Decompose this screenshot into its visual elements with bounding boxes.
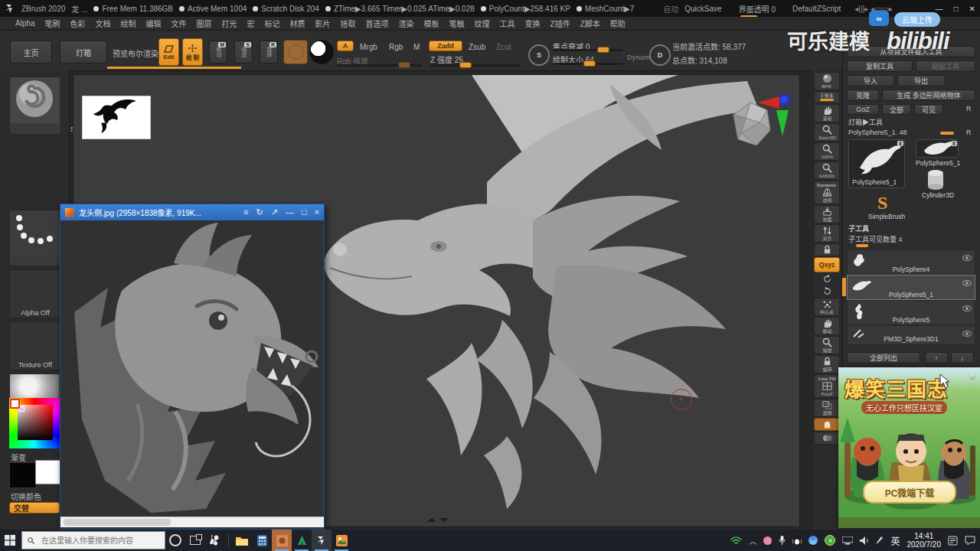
rotate-cw-button[interactable] xyxy=(815,285,839,297)
volume-icon[interactable] xyxy=(860,536,869,545)
menu-material[interactable]: 材质 xyxy=(290,18,305,29)
tray-expand-chevron[interactable]: ︿ xyxy=(749,535,756,546)
scrollbar-thumb[interactable] xyxy=(64,519,171,526)
cloud-upload-pill[interactable]: 云端上传 xyxy=(894,12,940,27)
mrgb-button[interactable]: Mrgb xyxy=(360,43,377,51)
simplebrush-icon[interactable]: S xyxy=(877,193,897,213)
sticky-note-tray-icon[interactable] xyxy=(948,536,958,546)
goz-r-button[interactable]: R xyxy=(966,105,972,112)
bpr-button[interactable]: BPR xyxy=(814,72,840,90)
viewer-menu-icon[interactable]: ≡ xyxy=(243,207,248,217)
visibility-eye-icon[interactable] xyxy=(962,255,972,261)
menu-brush[interactable]: 笔刷 xyxy=(45,18,60,29)
zbrush-app-icon[interactable] xyxy=(312,530,332,551)
home-button[interactable]: 主页 xyxy=(10,41,52,64)
wifi-icon[interactable] xyxy=(730,536,742,545)
paste-tool-button[interactable]: 粘贴工具 xyxy=(916,60,975,72)
taskbar-search[interactable] xyxy=(21,531,165,549)
active-tool-r[interactable]: R xyxy=(966,129,972,136)
viewer-fullscreen-icon[interactable]: ↗ xyxy=(271,207,278,217)
ad-download-button[interactable]: PC微端下载 xyxy=(863,481,956,504)
microphone-tray-icon[interactable] xyxy=(779,536,786,546)
zsub-button[interactable]: Zsub xyxy=(469,43,485,51)
goz-visible-button[interactable]: 可见 xyxy=(914,104,943,115)
menu-picker[interactable]: 拾取 xyxy=(341,18,356,29)
viewer-horizontal-scrollbar[interactable] xyxy=(60,517,324,527)
3dsmax-app-icon[interactable] xyxy=(292,530,312,551)
axis-gizmo-icon[interactable] xyxy=(756,93,792,138)
menu-render[interactable]: 渲染 xyxy=(399,18,414,29)
quicksave-button[interactable]: QuickSave xyxy=(684,5,721,13)
current-stroke-dots[interactable]: Dots xyxy=(9,210,61,266)
restore-button[interactable]: □ xyxy=(954,5,959,13)
focal-shift-knob[interactable] xyxy=(597,47,609,53)
subtool-row-polysphere5[interactable]: PolySphere5 xyxy=(847,300,975,325)
current-material-sphere[interactable] xyxy=(309,40,334,64)
rotate-button[interactable]: R 旋转 xyxy=(260,41,278,64)
menu-document[interactable]: 文档 xyxy=(96,18,111,29)
zoom-canvas-button[interactable]: 缩放 xyxy=(814,336,840,354)
subpixel-button[interactable]: 子像素 xyxy=(814,91,840,103)
search-input[interactable] xyxy=(40,536,158,546)
subtool-header[interactable]: 子工具 xyxy=(848,223,869,233)
menu-marker[interactable]: 标记 xyxy=(265,18,280,29)
qq-tray-icon[interactable] xyxy=(792,536,802,546)
menu-preferences[interactable]: 首选项 xyxy=(366,18,389,29)
subtool-row-polysphere5-1-selected[interactable]: PolySphere5_1 xyxy=(847,275,975,300)
qxyz-symmetry-button[interactable]: Qxyz xyxy=(814,257,840,272)
z-intensity-track[interactable] xyxy=(430,64,521,67)
menu-stroke[interactable]: 笔触 xyxy=(449,18,465,29)
subtool-row-polysphere4[interactable]: PolySphere4 xyxy=(847,249,975,275)
menu-tool[interactable]: 工具 xyxy=(500,18,515,29)
menu-movie[interactable]: 影片 xyxy=(315,18,331,29)
current-texture-off[interactable]: Texture Off xyxy=(9,321,61,370)
viewer-maximize-button[interactable]: □ xyxy=(302,207,307,217)
tool-thumb-polysphere-small[interactable]: 8 xyxy=(916,139,959,158)
subpixel-knob[interactable] xyxy=(820,99,834,101)
menu-zplugin[interactable]: Z插件 xyxy=(550,18,570,29)
recorder-app-icon[interactable]: ∞ xyxy=(869,11,889,26)
preview-boolean-button[interactable]: 预览布尔渲染 xyxy=(113,47,158,59)
move-button[interactable]: M 移动 xyxy=(209,41,227,64)
color-picker[interactable] xyxy=(9,398,60,448)
rotate-ccw-button[interactable] xyxy=(815,273,839,285)
default-zscript-button[interactable]: DefaultZScript xyxy=(792,5,841,13)
minimize-button[interactable]: — xyxy=(936,5,943,13)
display-tray-icon[interactable] xyxy=(842,536,853,545)
cortana-icon[interactable] xyxy=(165,530,185,551)
gradient-label[interactable]: 渐变 xyxy=(11,452,26,463)
main-color-swatch[interactable] xyxy=(9,462,37,488)
active-app-icon[interactable] xyxy=(272,530,292,551)
sculptris-pro-button[interactable]: S xyxy=(528,44,550,66)
actual-size-button[interactable]: 100% xyxy=(814,142,840,161)
draw-button[interactable]: 绘 制 xyxy=(182,38,203,66)
current-alpha-off[interactable]: Alpha Off xyxy=(9,269,61,318)
image-viewer-window[interactable]: 龙头侧.jpg (2958×1838像素, 919K... ≡ ↻ ↗ — □ … xyxy=(60,204,325,530)
calculator-app-icon[interactable] xyxy=(252,530,272,551)
tool-thumb-cylinder[interactable] xyxy=(922,168,949,191)
clock[interactable]: 14:41 2020/7/20 xyxy=(907,532,942,549)
menu-light[interactable]: 打光 xyxy=(222,18,237,29)
perspective-button[interactable]: Dynamic透视 xyxy=(814,181,840,204)
rgb-intensity-track[interactable] xyxy=(337,64,423,67)
rotate-canvas-button[interactable]: 旋转 xyxy=(814,355,840,373)
move-canvas-button[interactable]: 移动 xyxy=(814,317,840,335)
subtool-up-button[interactable]: ↑ xyxy=(925,352,948,364)
pen-input-icon[interactable] xyxy=(876,536,884,545)
transparency-button[interactable]: 透明 xyxy=(814,399,840,417)
menu-layer[interactable]: 图层 xyxy=(197,18,212,29)
anchor-a-button[interactable]: A xyxy=(337,41,354,51)
rgb-button[interactable]: Rgb xyxy=(389,43,403,51)
z-intensity-knob[interactable] xyxy=(459,62,472,68)
z-intensity-slider-label[interactable]: Z 强度 25 xyxy=(430,54,463,65)
subtool-count-knob[interactable] xyxy=(856,244,868,247)
lightbox-tool-header[interactable]: 灯箱▶工具 xyxy=(848,117,883,127)
menu-file[interactable]: 文件 xyxy=(172,18,187,29)
aa-half-button[interactable]: AA50% xyxy=(814,161,840,180)
m-button[interactable]: M xyxy=(413,43,420,51)
lightbox-button[interactable]: 灯箱 xyxy=(60,41,107,64)
menu-zscript[interactable]: Z脚本 xyxy=(580,18,600,29)
rgb-intensity-knob[interactable] xyxy=(398,62,410,68)
goz-button[interactable]: GoZ xyxy=(847,104,879,115)
make-polymesh-button[interactable]: 生成 多边形网格物体 xyxy=(882,90,975,101)
